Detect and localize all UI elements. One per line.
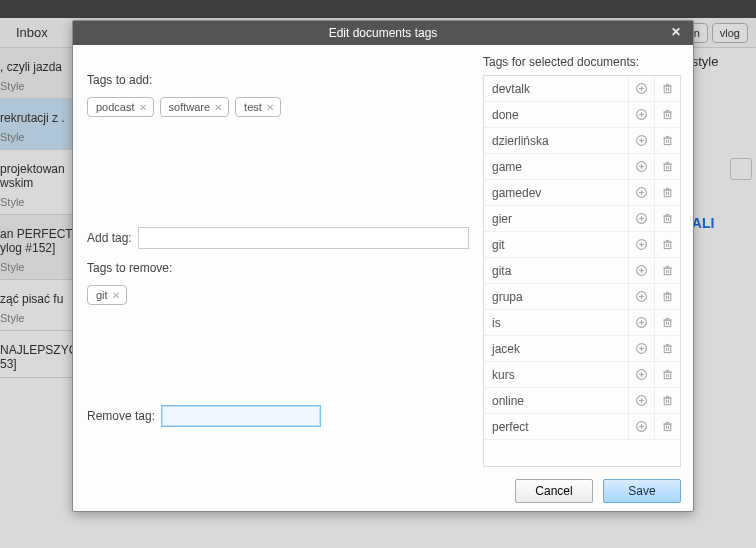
tag-name: kurs bbox=[484, 368, 628, 382]
tag-name: online bbox=[484, 394, 628, 408]
tag-chip[interactable]: test✕ bbox=[235, 97, 281, 117]
tag-name: gita bbox=[484, 264, 628, 278]
tag-row: devtalk bbox=[484, 76, 680, 102]
add-tag-icon[interactable] bbox=[628, 388, 654, 414]
add-tag-icon[interactable] bbox=[628, 180, 654, 206]
selected-tags-label: Tags for selected documents: bbox=[483, 55, 681, 69]
remove-tag-icon[interactable] bbox=[654, 154, 680, 180]
add-tag-icon[interactable] bbox=[628, 414, 654, 440]
svg-rect-99 bbox=[664, 398, 671, 405]
tag-chip[interactable]: git✕ bbox=[87, 285, 127, 305]
tag-name: grupa bbox=[484, 290, 628, 304]
tag-row: kurs bbox=[484, 362, 680, 388]
tag-row: git bbox=[484, 232, 680, 258]
save-button[interactable]: Save bbox=[603, 479, 681, 503]
svg-rect-43 bbox=[664, 216, 671, 223]
svg-rect-59 bbox=[664, 268, 671, 275]
svg-rect-107 bbox=[664, 424, 671, 431]
tag-name: devtalk bbox=[484, 82, 628, 96]
remove-tag-icon[interactable] bbox=[654, 128, 680, 154]
chip-remove-icon[interactable]: ✕ bbox=[139, 102, 147, 113]
remove-tag-icon[interactable] bbox=[654, 284, 680, 310]
add-tag-icon[interactable] bbox=[628, 284, 654, 310]
add-tag-label: Add tag: bbox=[87, 231, 132, 245]
right-column: Tags for selected documents: devtalkdone… bbox=[483, 55, 681, 467]
svg-rect-75 bbox=[664, 320, 671, 327]
tags-to-add-label: Tags to add: bbox=[87, 73, 469, 87]
add-tag-icon[interactable] bbox=[628, 128, 654, 154]
remove-tag-icon[interactable] bbox=[654, 258, 680, 284]
svg-rect-35 bbox=[664, 190, 671, 197]
svg-rect-3 bbox=[664, 86, 671, 93]
svg-rect-91 bbox=[664, 372, 671, 379]
add-tag-icon[interactable] bbox=[628, 206, 654, 232]
chip-remove-icon[interactable]: ✕ bbox=[266, 102, 274, 113]
add-tag-icon[interactable] bbox=[628, 102, 654, 128]
left-column: Tags to add: podcast✕software✕test✕ Add … bbox=[87, 55, 469, 467]
add-tag-icon[interactable] bbox=[628, 232, 654, 258]
tags-to-add-row: podcast✕software✕test✕ bbox=[87, 97, 469, 117]
add-tag-icon[interactable] bbox=[628, 362, 654, 388]
add-tag-icon[interactable] bbox=[628, 310, 654, 336]
tag-row: jacek bbox=[484, 336, 680, 362]
remove-tag-input[interactable] bbox=[161, 405, 321, 427]
svg-rect-19 bbox=[664, 138, 671, 145]
tag-name: gier bbox=[484, 212, 628, 226]
add-tag-icon[interactable] bbox=[628, 336, 654, 362]
selected-tags-list[interactable]: devtalkdonedzierlińskagamegamedevgiergit… bbox=[483, 75, 681, 467]
add-tag-input[interactable] bbox=[138, 227, 469, 249]
tag-row: gita bbox=[484, 258, 680, 284]
dialog-footer: Cancel Save bbox=[73, 471, 693, 511]
tags-to-remove-row: git✕ bbox=[87, 285, 469, 305]
tag-name: perfect bbox=[484, 420, 628, 434]
tag-name: dzierlińska bbox=[484, 134, 628, 148]
edit-tags-dialog: Edit documents tags ✕ Tags to add: podca… bbox=[72, 20, 694, 512]
remove-tag-icon[interactable] bbox=[654, 76, 680, 102]
tag-chip[interactable]: podcast✕ bbox=[87, 97, 154, 117]
tag-row: game bbox=[484, 154, 680, 180]
tag-chip-label: podcast bbox=[96, 101, 135, 113]
tag-chip-label: test bbox=[244, 101, 262, 113]
remove-tag-icon[interactable] bbox=[654, 206, 680, 232]
svg-rect-67 bbox=[664, 294, 671, 301]
remove-tag-icon[interactable] bbox=[654, 414, 680, 440]
remove-tag-icon[interactable] bbox=[654, 180, 680, 206]
remove-tag-icon[interactable] bbox=[654, 388, 680, 414]
tag-chip-label: software bbox=[169, 101, 211, 113]
chip-remove-icon[interactable]: ✕ bbox=[214, 102, 222, 113]
remove-tag-label: Remove tag: bbox=[87, 409, 155, 423]
tag-row: gamedev bbox=[484, 180, 680, 206]
cancel-button[interactable]: Cancel bbox=[515, 479, 593, 503]
tags-to-remove-label: Tags to remove: bbox=[87, 261, 469, 275]
tag-name: jacek bbox=[484, 342, 628, 356]
tag-name: gamedev bbox=[484, 186, 628, 200]
remove-tag-icon[interactable] bbox=[654, 362, 680, 388]
add-tag-icon[interactable] bbox=[628, 258, 654, 284]
remove-tag-icon[interactable] bbox=[654, 336, 680, 362]
dialog-title: Edit documents tags bbox=[329, 26, 438, 40]
svg-rect-83 bbox=[664, 346, 671, 353]
chip-remove-icon[interactable]: ✕ bbox=[112, 290, 120, 301]
tag-name: game bbox=[484, 160, 628, 174]
tag-row: gier bbox=[484, 206, 680, 232]
svg-rect-11 bbox=[664, 112, 671, 119]
dialog-title-bar: Edit documents tags ✕ bbox=[73, 21, 693, 45]
tag-row: perfect bbox=[484, 414, 680, 440]
svg-rect-51 bbox=[664, 242, 671, 249]
add-tag-icon[interactable] bbox=[628, 154, 654, 180]
close-icon[interactable]: ✕ bbox=[671, 25, 687, 41]
tag-row: dzierlińska bbox=[484, 128, 680, 154]
svg-rect-27 bbox=[664, 164, 671, 171]
tag-row: is bbox=[484, 310, 680, 336]
remove-tag-icon[interactable] bbox=[654, 310, 680, 336]
tag-name: is bbox=[484, 316, 628, 330]
tag-name: done bbox=[484, 108, 628, 122]
tag-row: grupa bbox=[484, 284, 680, 310]
tag-chip[interactable]: software✕ bbox=[160, 97, 230, 117]
remove-tag-icon[interactable] bbox=[654, 102, 680, 128]
remove-tag-icon[interactable] bbox=[654, 232, 680, 258]
tag-chip-label: git bbox=[96, 289, 108, 301]
tag-name: git bbox=[484, 238, 628, 252]
tag-row: done bbox=[484, 102, 680, 128]
add-tag-icon[interactable] bbox=[628, 76, 654, 102]
